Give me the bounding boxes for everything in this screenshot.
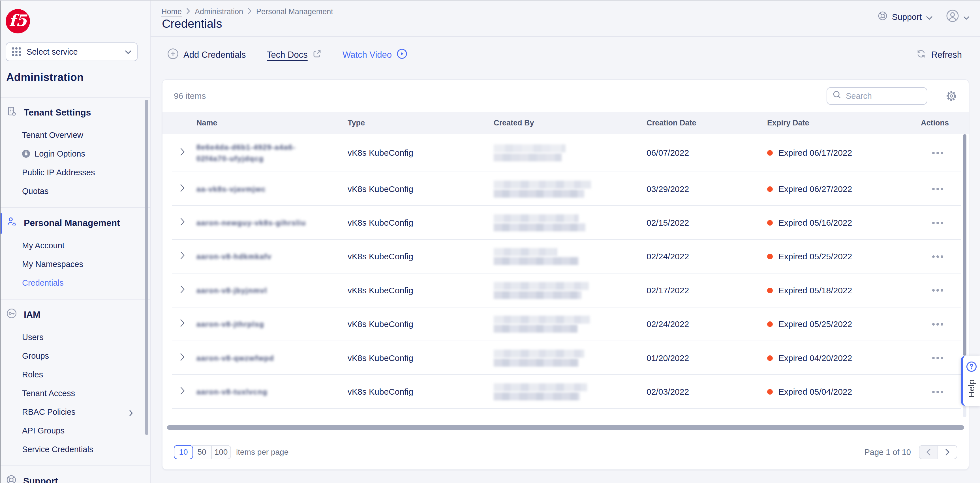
row-actions-menu[interactable] — [932, 321, 943, 328]
sidebar-section-label: Tenant Settings — [24, 107, 91, 118]
external-link-icon — [313, 49, 321, 60]
column-header-created-by[interactable]: Created By — [494, 119, 646, 128]
column-header-actions: Actions — [912, 119, 969, 128]
expand-row-chevron-icon[interactable] — [180, 319, 185, 330]
sidebar-section-tenant-settings[interactable]: Tenant Settings — [0, 103, 150, 122]
sidebar-item-label: Credentials — [22, 278, 64, 288]
sidebar-item-login-options[interactable]: Login Options — [0, 144, 150, 163]
page-size-50[interactable]: 50 — [192, 445, 212, 459]
table-row: aaron-v8-hdkmkafvvK8s KubeConfig02/24/20… — [162, 240, 969, 274]
column-header-type[interactable]: Type — [348, 119, 494, 128]
sidebar-item-rbac-policies[interactable]: RBAC Policies — [0, 403, 150, 421]
sidebar-item-api-groups[interactable]: API Groups — [0, 421, 150, 440]
sidebar-item-tenant-access[interactable]: Tenant Access — [0, 384, 150, 403]
expand-row-chevron-icon[interactable] — [180, 386, 185, 397]
sidebar-item-label: Quotas — [22, 187, 49, 196]
sidebar-section-iam[interactable]: IAM — [0, 305, 150, 324]
column-header-name[interactable]: Name — [196, 119, 348, 128]
sidebar-item-service-credentials[interactable]: Service Credentials — [0, 440, 150, 459]
sidebar-divider — [0, 465, 150, 466]
credential-created-by — [494, 214, 646, 231]
sidebar-item-label: My Namespaces — [22, 260, 83, 269]
tech-docs-link[interactable]: Tech Docs — [267, 49, 321, 61]
play-circle-icon — [397, 49, 407, 61]
table-row: aaron-v8-tuxlvcngvK8s KubeConfig02/03/20… — [162, 375, 969, 408]
sidebar-item-credentials[interactable]: Credentials — [0, 274, 150, 292]
sidebar-item-users[interactable]: Users — [0, 328, 150, 346]
gear-icon[interactable] — [945, 90, 957, 102]
sidebar-item-public-ip-addresses[interactable]: Public IP Addresses — [0, 163, 150, 182]
sidebar-section-support[interactable]: Support — [0, 472, 150, 483]
chevron-right-icon — [186, 7, 190, 16]
expand-row-chevron-icon[interactable] — [180, 251, 185, 262]
expand-row-chevron-icon[interactable] — [180, 353, 185, 363]
credential-name: aaron-v8-tuxlvcng — [196, 386, 348, 397]
refresh-button[interactable]: Refresh — [916, 49, 962, 61]
breadcrumb-administration[interactable]: Administration — [195, 7, 243, 16]
search-input[interactable] — [846, 91, 921, 101]
page-title: Credentials — [162, 17, 222, 30]
sidebar-scrollbar[interactable] — [145, 100, 148, 435]
row-actions-menu[interactable] — [932, 389, 943, 395]
page-size-100[interactable]: 100 — [212, 445, 231, 459]
sidebar-item-roles[interactable]: Roles — [0, 365, 150, 384]
search-icon — [833, 91, 841, 101]
select-service-dropdown[interactable]: Select service — [6, 43, 138, 61]
table-header: Name Type Created By Creation Date Expir… — [162, 112, 969, 134]
table-pagination: 10 50 100 items per page Page 1 of 10 — [174, 445, 957, 459]
row-actions-menu[interactable] — [932, 287, 943, 294]
sidebar: f5 Select service Administration Tenant … — [0, 0, 151, 483]
credential-name: aaron-v8-jbyjnmvl — [196, 285, 348, 296]
table-row: aaron-newguy-vk8s-gihrsliuvK8s KubeConfi… — [162, 206, 969, 239]
breadcrumb-personal-management[interactable]: Personal Management — [256, 7, 333, 16]
table-row: aaron-v8-qwzwfwpdvK8s KubeConfig01/20/20… — [162, 341, 969, 375]
column-header-creation-date[interactable]: Creation Date — [646, 119, 767, 128]
sidebar-item-groups[interactable]: Groups — [0, 346, 150, 365]
credential-type: vK8s KubeConfig — [348, 387, 494, 397]
row-actions-menu[interactable] — [932, 253, 943, 260]
sidebar-section-personal-management[interactable]: Personal Management — [0, 214, 150, 232]
row-actions-menu[interactable] — [932, 185, 943, 193]
column-header-expiry-date[interactable]: Expiry Date — [767, 119, 912, 128]
add-credentials-button[interactable]: Add Credentials — [167, 49, 246, 61]
breadcrumb-home[interactable]: Home — [161, 7, 182, 16]
sidebar-divider — [0, 299, 150, 300]
credential-expiry: Expired 04/20/2022 — [767, 353, 912, 363]
refresh-icon — [916, 49, 926, 61]
credential-expiry: Expired 05/25/2022 — [767, 252, 912, 261]
row-actions-menu[interactable] — [932, 150, 943, 156]
support-menu[interactable]: Support — [878, 11, 932, 23]
table-body: 8e6e4da-d6b1-4929-a4a6-02f4a70-ufyjdqcgv… — [162, 134, 969, 409]
expand-row-chevron-icon[interactable] — [180, 148, 185, 158]
vertical-scrollbar-thumb[interactable] — [963, 134, 966, 355]
page-size-10[interactable]: 10 — [174, 445, 193, 459]
chevron-right-icon — [248, 7, 251, 16]
f5-logo[interactable]: f5 — [6, 9, 30, 33]
expand-row-chevron-icon[interactable] — [180, 184, 185, 194]
sidebar-item-my-namespaces[interactable]: My Namespaces — [0, 255, 150, 274]
row-actions-menu[interactable] — [932, 354, 943, 362]
horizontal-scrollbar[interactable] — [167, 425, 964, 430]
watch-video-link[interactable]: Watch Video — [342, 49, 407, 61]
account-menu[interactable] — [946, 10, 969, 25]
next-page-button[interactable] — [938, 446, 957, 459]
sidebar-item-quotas[interactable]: Quotas — [0, 182, 150, 201]
credential-created-by — [494, 181, 646, 198]
credential-name: 8e6e4da-d6b1-4929-a4a6-02f4a70-ufyjdqcg — [196, 142, 348, 164]
credential-creation-date: 02/03/2022 — [646, 387, 767, 397]
credential-created-by — [494, 383, 646, 400]
help-tab[interactable]: Help — [961, 355, 980, 406]
expand-row-chevron-icon[interactable] — [180, 285, 185, 296]
sidebar-item-label: Public IP Addresses — [22, 168, 95, 177]
sidebar-item-my-account[interactable]: My Account — [0, 236, 150, 255]
expand-row-chevron-icon[interactable] — [180, 217, 185, 228]
sidebar-item-label: Login Options — [35, 149, 85, 159]
person-gear-icon — [6, 216, 17, 230]
row-actions-menu[interactable] — [932, 219, 943, 226]
expired-status-icon — [767, 186, 773, 192]
table-toolbar: 96 items — [162, 80, 969, 112]
credential-name: aaron-v8-jthrplsg — [196, 319, 348, 330]
previous-page-button[interactable] — [920, 446, 938, 459]
sidebar-item-tenant-overview[interactable]: Tenant Overview — [0, 126, 150, 144]
sidebar-item-label: Users — [22, 333, 44, 342]
